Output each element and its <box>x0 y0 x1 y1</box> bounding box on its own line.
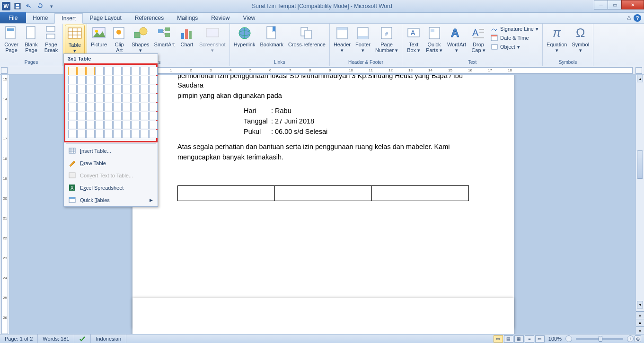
grid-cell[interactable] <box>104 76 113 84</box>
zoom-out-button[interactable]: − <box>565 335 572 342</box>
date-time-button[interactable]: Date & Time <box>489 34 540 42</box>
grid-cell[interactable] <box>131 112 140 120</box>
references-tab[interactable]: References <box>128 13 170 23</box>
doc-table[interactable] <box>177 185 469 201</box>
grid-cell[interactable] <box>104 94 113 102</box>
grid-cell[interactable] <box>77 103 86 111</box>
grid-cell[interactable] <box>122 112 131 120</box>
grid-cell[interactable] <box>140 112 149 120</box>
grid-cell[interactable] <box>131 85 140 93</box>
grid-cell[interactable] <box>95 121 104 129</box>
draft-view[interactable]: ▭ <box>535 335 545 343</box>
pagenumber-button[interactable]: #Page Number ▾ <box>373 25 400 59</box>
grid-cell[interactable] <box>86 103 95 111</box>
grid-cell[interactable] <box>140 130 149 138</box>
scroll-thumb[interactable] <box>637 150 643 179</box>
scroll-down-icon[interactable]: ▾ <box>637 301 643 308</box>
grid-cell[interactable] <box>131 94 140 102</box>
header-button[interactable]: Header▾ <box>332 25 353 59</box>
grid-cell[interactable] <box>140 85 149 93</box>
grid-cell[interactable] <box>122 67 131 75</box>
outline-view[interactable]: ≡ <box>525 335 534 343</box>
draw-table-item[interactable]: Draw Table <box>64 157 158 169</box>
grid-cell[interactable] <box>104 85 113 93</box>
cover-page-button[interactable]: Cover Page <box>2 25 21 59</box>
grid-cell[interactable] <box>122 94 131 102</box>
undo-button[interactable] <box>24 1 34 11</box>
grid-cell[interactable] <box>131 76 140 84</box>
grid-cell[interactable] <box>77 121 86 129</box>
redo-button[interactable] <box>35 1 45 11</box>
grid-cell[interactable] <box>113 85 122 93</box>
page-break-button[interactable]: Page Break <box>42 25 61 59</box>
grid-cell[interactable] <box>77 85 86 93</box>
spell-check-icon[interactable] <box>74 334 91 343</box>
file-tab[interactable]: File <box>0 12 26 23</box>
chart-button[interactable]: Chart <box>177 25 196 59</box>
page-status[interactable]: Page: 1 of 2 <box>0 334 38 343</box>
grid-cell[interactable] <box>95 67 104 75</box>
insert-table-item[interactable]: Insert Table... <box>64 145 158 157</box>
grid-cell[interactable] <box>140 103 149 111</box>
vertical-ruler[interactable]: 1514161718192021222324252627 <box>0 75 9 334</box>
document-page[interactable]: permohonan izin penggunaan lokasi SD Muh… <box>132 75 514 329</box>
home-tab[interactable]: Home <box>26 13 54 23</box>
grid-cell[interactable] <box>113 130 122 138</box>
pagelayout-tab[interactable]: Page Layout <box>83 13 128 23</box>
zoom-in-button[interactable]: + <box>627 335 634 342</box>
quickparts-button[interactable]: Quick Parts ▾ <box>424 25 444 59</box>
grid-cell[interactable] <box>77 76 86 84</box>
grid-cell[interactable] <box>122 85 131 93</box>
ruler-toggle[interactable] <box>635 67 642 74</box>
zoom-fit-button[interactable]: ⊕ <box>635 335 641 342</box>
grid-cell[interactable] <box>86 94 95 102</box>
grid-cell[interactable] <box>77 94 86 102</box>
grid-cell[interactable] <box>131 103 140 111</box>
quick-tables-item[interactable]: Quick Tables▶ <box>64 194 158 206</box>
view-tab[interactable]: View <box>237 13 262 23</box>
zoom-level[interactable]: 100% <box>548 336 562 342</box>
grid-cell[interactable] <box>131 130 140 138</box>
grid-cell[interactable] <box>140 76 149 84</box>
equation-button[interactable]: πEquation▾ <box>545 25 569 59</box>
grid-cell[interactable] <box>86 112 95 120</box>
fullscreen-view[interactable]: ▤ <box>504 335 513 343</box>
next-page-icon[interactable]: » <box>636 326 644 334</box>
excel-spreadsheet-item[interactable]: XExcel Spreadsheet <box>64 182 158 194</box>
grid-cell[interactable] <box>104 121 113 129</box>
zoom-slider-thumb[interactable] <box>599 336 602 342</box>
grid-cell[interactable] <box>149 121 158 129</box>
zoom-slider[interactable] <box>576 338 623 340</box>
grid-cell[interactable] <box>77 112 86 120</box>
grid-cell[interactable] <box>140 121 149 129</box>
hyperlink-button[interactable]: Hyperlink <box>232 25 257 59</box>
mailings-tab[interactable]: Mailings <box>170 13 204 23</box>
dropcap-button[interactable]: ADrop Cap ▾ <box>469 25 488 59</box>
grid-cell[interactable] <box>122 103 131 111</box>
grid-cell[interactable] <box>95 130 104 138</box>
grid-cell[interactable] <box>149 67 158 75</box>
prev-page-icon[interactable]: « <box>636 311 644 319</box>
document-page-2[interactable] <box>132 298 514 334</box>
grid-cell[interactable] <box>95 94 104 102</box>
grid-cell[interactable] <box>104 130 113 138</box>
grid-cell[interactable] <box>68 94 77 102</box>
print-layout-view[interactable]: ▭ <box>494 335 503 343</box>
grid-cell[interactable] <box>95 112 104 120</box>
object-button[interactable]: Object ▾ <box>489 43 540 51</box>
review-tab[interactable]: Review <box>204 13 236 23</box>
insert-tab[interactable]: Insert <box>54 13 83 24</box>
grid-cell[interactable] <box>68 103 77 111</box>
grid-cell[interactable] <box>149 112 158 120</box>
grid-cell[interactable] <box>131 67 140 75</box>
grid-cell[interactable] <box>113 121 122 129</box>
symbol-button[interactable]: ΩSymbol▾ <box>570 25 591 59</box>
grid-cell[interactable] <box>77 67 86 75</box>
grid-cell[interactable] <box>68 112 77 120</box>
help-icon[interactable]: ? <box>634 14 641 22</box>
web-layout-view[interactable]: ▦ <box>514 335 524 343</box>
maximize-button[interactable]: ▭ <box>608 0 622 9</box>
grid-cell[interactable] <box>113 112 122 120</box>
blank-page-button[interactable]: Blank Page <box>22 25 41 59</box>
signature-line-button[interactable]: Signature Line ▾ <box>489 25 540 33</box>
